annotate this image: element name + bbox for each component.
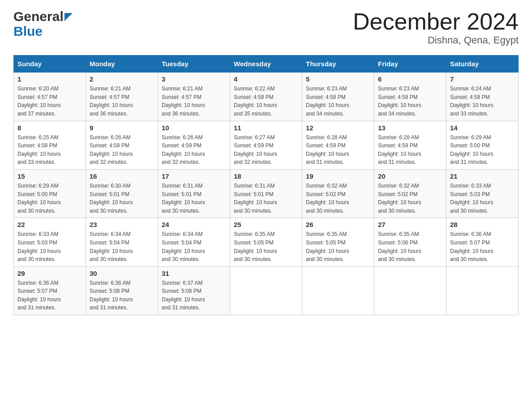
calendar-week-4: 22 Sunrise: 6:33 AMSunset: 5:03 PMDaylig… [14,218,519,266]
day-number: 10 [162,124,226,132]
day-number: 27 [378,221,442,228]
calendar-cell: 4 Sunrise: 6:22 AMSunset: 4:58 PMDayligh… [230,73,302,121]
logo-arrow-icon [64,13,73,21]
day-info: Sunrise: 6:34 AMSunset: 5:04 PMDaylight:… [90,231,133,262]
calendar-cell: 26 Sunrise: 6:35 AMSunset: 5:05 PMDaylig… [302,218,374,266]
day-info: Sunrise: 6:21 AMSunset: 4:57 PMDaylight:… [90,86,133,117]
day-info: Sunrise: 6:31 AMSunset: 5:01 PMDaylight:… [234,183,277,214]
day-number: 29 [17,270,82,277]
day-info: Sunrise: 6:28 AMSunset: 4:59 PMDaylight:… [306,134,349,166]
day-info: Sunrise: 6:33 AMSunset: 5:03 PMDaylight:… [17,231,61,262]
logo-general-text: General [13,9,64,24]
day-info: Sunrise: 6:26 AMSunset: 4:59 PMDaylight:… [162,134,205,166]
day-info: Sunrise: 6:27 AMSunset: 4:59 PMDaylight:… [234,134,277,166]
calendar-cell [230,266,302,315]
calendar-cell: 10 Sunrise: 6:26 AMSunset: 4:59 PMDaylig… [158,121,230,169]
calendar-body: 1 Sunrise: 6:20 AMSunset: 4:57 PMDayligh… [14,73,519,315]
day-number: 2 [90,75,154,83]
svg-marker-0 [64,13,73,21]
day-info: Sunrise: 6:22 AMSunset: 4:58 PMDaylight:… [234,86,277,117]
day-info: Sunrise: 6:24 AMSunset: 4:58 PMDaylight:… [450,86,493,117]
calendar-cell: 13 Sunrise: 6:28 AMSunset: 4:59 PMDaylig… [374,121,446,169]
calendar-table: Sunday Monday Tuesday Wednesday Thursday… [13,55,519,315]
calendar-cell: 30 Sunrise: 6:36 AMSunset: 5:08 PMDaylig… [86,266,158,315]
page-header: General Blue December 2024 Dishna, Qena,… [13,9,519,46]
calendar-cell: 11 Sunrise: 6:27 AMSunset: 4:59 PMDaylig… [230,121,302,169]
calendar-cell: 29 Sunrise: 6:36 AMSunset: 5:07 PMDaylig… [14,266,86,315]
calendar-cell: 19 Sunrise: 6:32 AMSunset: 5:02 PMDaylig… [302,169,374,218]
day-number: 16 [90,172,154,180]
day-info: Sunrise: 6:26 AMSunset: 4:58 PMDaylight:… [90,134,133,166]
day-info: Sunrise: 6:34 AMSunset: 5:04 PMDaylight:… [162,231,205,262]
day-info: Sunrise: 6:32 AMSunset: 5:02 PMDaylight:… [306,183,349,214]
day-number: 23 [90,221,154,228]
logo-blue-text: Blue [13,24,43,39]
day-number: 9 [90,124,154,132]
calendar-cell: 21 Sunrise: 6:33 AMSunset: 5:03 PMDaylig… [446,169,519,218]
calendar-cell: 23 Sunrise: 6:34 AMSunset: 5:04 PMDaylig… [86,218,158,266]
day-info: Sunrise: 6:31 AMSunset: 5:01 PMDaylight:… [162,183,205,214]
day-number: 6 [378,75,442,83]
day-info: Sunrise: 6:35 AMSunset: 5:06 PMDaylight:… [378,231,421,262]
day-info: Sunrise: 6:29 AMSunset: 5:00 PMDaylight:… [450,134,493,166]
day-number: 31 [162,270,226,277]
header-wednesday: Wednesday [230,56,302,73]
calendar-cell: 18 Sunrise: 6:31 AMSunset: 5:01 PMDaylig… [230,169,302,218]
day-info: Sunrise: 6:30 AMSunset: 5:01 PMDaylight:… [90,183,133,214]
day-number: 17 [162,172,226,180]
header-monday: Monday [86,56,158,73]
calendar-cell: 24 Sunrise: 6:34 AMSunset: 5:04 PMDaylig… [158,218,230,266]
calendar-cell: 5 Sunrise: 6:23 AMSunset: 4:58 PMDayligh… [302,73,374,121]
calendar-cell: 15 Sunrise: 6:29 AMSunset: 5:00 PMDaylig… [14,169,86,218]
day-info: Sunrise: 6:32 AMSunset: 5:02 PMDaylight:… [378,183,421,214]
calendar-cell: 16 Sunrise: 6:30 AMSunset: 5:01 PMDaylig… [86,169,158,218]
header-thursday: Thursday [302,56,374,73]
calendar-week-5: 29 Sunrise: 6:36 AMSunset: 5:07 PMDaylig… [14,266,519,315]
header-tuesday: Tuesday [158,56,230,73]
day-number: 8 [17,124,82,132]
calendar-cell: 12 Sunrise: 6:28 AMSunset: 4:59 PMDaylig… [302,121,374,169]
header-friday: Friday [374,56,446,73]
day-info: Sunrise: 6:37 AMSunset: 5:08 PMDaylight:… [162,280,205,311]
calendar-cell: 7 Sunrise: 6:24 AMSunset: 4:58 PMDayligh… [446,73,519,121]
location-title: Dishna, Qena, Egypt [353,34,519,46]
calendar-week-1: 1 Sunrise: 6:20 AMSunset: 4:57 PMDayligh… [14,73,519,121]
day-number: 15 [17,172,82,180]
day-number: 18 [234,172,298,180]
calendar-week-3: 15 Sunrise: 6:29 AMSunset: 5:00 PMDaylig… [14,169,519,218]
day-number: 20 [378,172,442,180]
day-info: Sunrise: 6:35 AMSunset: 5:05 PMDaylight:… [306,231,349,262]
calendar-cell: 22 Sunrise: 6:33 AMSunset: 5:03 PMDaylig… [14,218,86,266]
calendar-cell: 8 Sunrise: 6:25 AMSunset: 4:58 PMDayligh… [14,121,86,169]
day-info: Sunrise: 6:29 AMSunset: 5:00 PMDaylight:… [17,183,61,214]
calendar-header: Sunday Monday Tuesday Wednesday Thursday… [14,56,519,73]
header-sunday: Sunday [14,56,86,73]
day-number: 11 [234,124,298,132]
header-row: Sunday Monday Tuesday Wednesday Thursday… [14,56,519,73]
day-info: Sunrise: 6:33 AMSunset: 5:03 PMDaylight:… [450,183,493,214]
day-number: 4 [234,75,298,83]
month-title: December 2024 [353,9,519,34]
day-number: 21 [450,172,515,180]
calendar-cell: 9 Sunrise: 6:26 AMSunset: 4:58 PMDayligh… [86,121,158,169]
header-saturday: Saturday [446,56,519,73]
title-area: December 2024 Dishna, Qena, Egypt [353,9,519,46]
day-number: 5 [306,75,370,83]
day-number: 25 [234,221,298,228]
day-info: Sunrise: 6:36 AMSunset: 5:08 PMDaylight:… [90,280,133,311]
calendar-cell: 25 Sunrise: 6:35 AMSunset: 5:05 PMDaylig… [230,218,302,266]
day-info: Sunrise: 6:28 AMSunset: 4:59 PMDaylight:… [378,134,421,166]
day-info: Sunrise: 6:36 AMSunset: 5:07 PMDaylight:… [450,231,493,262]
day-number: 19 [306,172,370,180]
calendar-cell: 1 Sunrise: 6:20 AMSunset: 4:57 PMDayligh… [14,73,86,121]
day-number: 12 [306,124,370,132]
calendar-cell: 14 Sunrise: 6:29 AMSunset: 5:00 PMDaylig… [446,121,519,169]
calendar-cell: 28 Sunrise: 6:36 AMSunset: 5:07 PMDaylig… [446,218,519,266]
day-info: Sunrise: 6:20 AMSunset: 4:57 PMDaylight:… [17,86,61,117]
logo: General Blue [13,9,73,39]
calendar-week-2: 8 Sunrise: 6:25 AMSunset: 4:58 PMDayligh… [14,121,519,169]
day-number: 3 [162,75,226,83]
day-number: 24 [162,221,226,228]
day-info: Sunrise: 6:23 AMSunset: 4:58 PMDaylight:… [306,86,349,117]
calendar-cell [446,266,519,315]
